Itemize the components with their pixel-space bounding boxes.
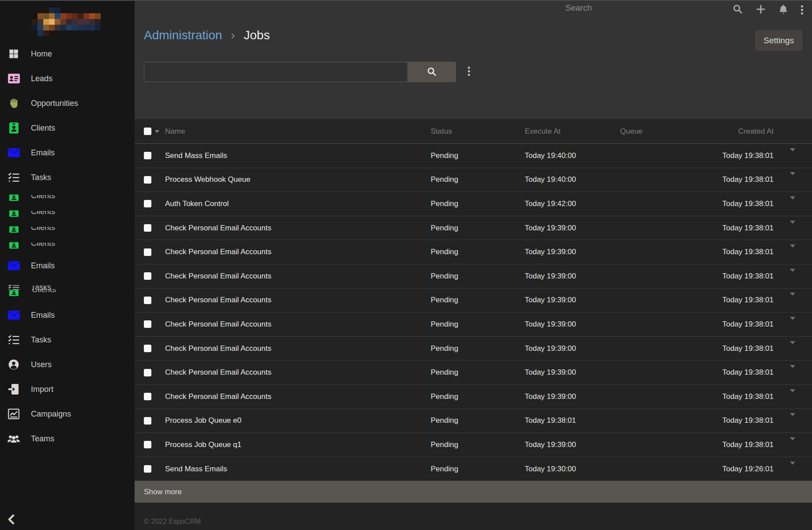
job-row[interactable]: Check Personal Email AccountsPendingToda…: [135, 240, 812, 264]
sidebar-item-import[interactable]: Import: [0, 377, 135, 402]
sidebar-item-leads[interactable]: Leads: [0, 66, 135, 91]
settings-button[interactable]: Settings: [755, 30, 802, 51]
job-row[interactable]: Auth Token ControlPendingToday 19:42:00T…: [135, 192, 812, 216]
sidebar-item-teams[interactable]: Teams: [0, 426, 135, 451]
job-created-at: Today 19:38:01: [682, 175, 790, 184]
job-name-link[interactable]: Check Personal Email Accounts: [165, 368, 431, 377]
select-all-checkbox[interactable]: [144, 128, 151, 135]
notifications-button[interactable]: [779, 4, 788, 15]
job-row[interactable]: Process Job Queue e0PendingToday 19:38:0…: [135, 409, 812, 433]
job-row[interactable]: Check Personal Email AccountsPendingToda…: [135, 264, 812, 289]
column-header-created-at[interactable]: Created At: [682, 127, 790, 136]
global-search-input[interactable]: [565, 3, 711, 13]
row-actions-caret-icon[interactable]: [790, 269, 795, 280]
app-logo[interactable]: [32, 8, 101, 36]
row-actions-caret-icon[interactable]: [790, 221, 795, 232]
row-actions-caret-icon[interactable]: [790, 341, 795, 353]
job-name-link[interactable]: Process Webhook Queue: [165, 175, 431, 184]
menu-button[interactable]: [801, 5, 803, 15]
sidebar-item-emails[interactable]: Emails: [0, 303, 135, 327]
row-actions-caret-icon[interactable]: [790, 172, 795, 184]
row-actions-caret-icon[interactable]: [790, 148, 795, 160]
quick-create-button[interactable]: [756, 4, 766, 15]
row-checkbox[interactable]: [144, 465, 151, 473]
job-name-link[interactable]: Check Personal Email Accounts: [165, 392, 431, 401]
job-name-link[interactable]: Send Mass Emails: [165, 465, 431, 474]
row-actions-caret-icon[interactable]: [790, 317, 795, 328]
sidebar-item-label: Teams: [31, 434, 54, 444]
row-checkbox[interactable]: [144, 345, 151, 352]
row-actions-caret-icon[interactable]: [790, 196, 795, 208]
row-actions-caret-icon[interactable]: [790, 389, 795, 401]
sidebar-item-opportunities[interactable]: Opportunities: [0, 91, 135, 116]
list-menu-button[interactable]: [468, 67, 470, 76]
sidebar-item-clients[interactable]: Clients: [0, 116, 135, 140]
row-actions-caret-icon[interactable]: [790, 413, 795, 425]
sidebar-item-tasks[interactable]: Tasks: [0, 327, 135, 352]
sidebar-item-users[interactable]: Users: [0, 352, 135, 377]
footer-credit: © 2022 EspoCRM: [144, 518, 812, 526]
row-actions-caret-icon[interactable]: [790, 437, 795, 449]
row-checkbox[interactable]: [144, 248, 151, 256]
show-more-button[interactable]: Show more: [135, 481, 812, 503]
job-row[interactable]: Check Personal Email AccountsPendingToda…: [135, 385, 812, 409]
job-name-link[interactable]: Check Personal Email Accounts: [165, 296, 431, 304]
row-checkbox[interactable]: [144, 224, 151, 232]
job-name-link[interactable]: Check Personal Email Accounts: [165, 248, 431, 256]
sidebar-item-campaigns[interactable]: Campaigns: [0, 402, 135, 426]
job-row[interactable]: Send Mass EmailsPendingToday 19:30:00Tod…: [135, 457, 812, 481]
column-header-queue[interactable]: Queue: [620, 127, 682, 136]
row-checkbox[interactable]: [144, 297, 151, 304]
job-name-link[interactable]: Check Personal Email Accounts: [165, 344, 431, 353]
job-row[interactable]: Check Personal Email AccountsPendingToda…: [135, 289, 812, 313]
row-actions-caret-icon[interactable]: [790, 462, 795, 473]
row-checkbox[interactable]: [144, 441, 151, 448]
job-row[interactable]: Check Personal Email AccountsPendingToda…: [135, 216, 812, 241]
sidebar-item-clients-glitch[interactable]: Clients: [0, 222, 135, 237]
job-row[interactable]: Check Personal Email AccountsPendingToda…: [135, 337, 812, 361]
breadcrumb-link-administration[interactable]: Administration: [144, 28, 222, 42]
sidebar-collapse-button[interactable]: [7, 514, 16, 526]
row-actions-caret-icon[interactable]: [790, 293, 795, 304]
job-name-link[interactable]: Send Mass Emails: [165, 151, 431, 160]
job-row[interactable]: Check Personal Email AccountsPendingToda…: [135, 312, 812, 337]
row-checkbox[interactable]: [144, 200, 151, 207]
job-name-link[interactable]: Process Job Queue q1: [165, 440, 431, 449]
column-header-name[interactable]: Name: [165, 127, 431, 136]
job-name-link[interactable]: Check Personal Email Accounts: [165, 224, 431, 233]
job-row[interactable]: Process Webhook QueuePendingToday 19:40:…: [135, 168, 812, 192]
sidebar-item-emails[interactable]: Emails: [0, 140, 135, 165]
list-search-button[interactable]: [407, 62, 456, 82]
row-checkbox[interactable]: [144, 272, 151, 280]
row-checkbox[interactable]: [144, 152, 151, 159]
sidebar-item-clients-glitch[interactable]: Clients: [0, 206, 135, 222]
job-created-at: Today 19:38:01: [682, 416, 790, 425]
row-checkbox[interactable]: [144, 369, 151, 376]
row-checkbox[interactable]: [144, 417, 151, 425]
sidebar-item-clients-glitch[interactable]: Clients: [0, 190, 135, 206]
sidebar-item-emails[interactable]: Emails: [0, 253, 135, 278]
column-header-status[interactable]: Status: [431, 127, 525, 136]
column-header-execute-at[interactable]: Execute At: [525, 127, 620, 136]
quick-search-button[interactable]: [733, 4, 743, 15]
campaigns-icon: [7, 409, 20, 419]
job-status: Pending: [431, 151, 525, 160]
list-search-input[interactable]: [144, 62, 407, 82]
row-checkbox[interactable]: [144, 176, 151, 184]
job-name-link[interactable]: Check Personal Email Accounts: [165, 272, 431, 281]
job-row[interactable]: Process Job Queue q1PendingToday 19:39:0…: [135, 433, 812, 457]
job-row[interactable]: Check Personal Email AccountsPendingToda…: [135, 361, 812, 385]
sidebar-item-clients-glitch[interactable]: Clients: [0, 237, 135, 253]
sidebar-item-tasks[interactable]: Tasks: [0, 165, 135, 190]
row-actions-caret-icon[interactable]: [790, 244, 795, 256]
sidebar-item-home[interactable]: Home: [0, 41, 135, 66]
sidebar-item-tasks-glitch[interactable]: TasksClients: [0, 278, 135, 303]
row-checkbox[interactable]: [144, 393, 151, 400]
job-name-link[interactable]: Process Job Queue e0: [165, 416, 431, 425]
row-actions-caret-icon[interactable]: [790, 365, 795, 376]
job-name-link[interactable]: Check Personal Email Accounts: [165, 320, 431, 329]
row-checkbox[interactable]: [144, 320, 151, 328]
job-row[interactable]: Send Mass EmailsPendingToday 19:40:00Tod…: [135, 144, 812, 168]
job-name-link[interactable]: Auth Token Control: [165, 199, 431, 208]
select-menu-caret-icon[interactable]: [155, 130, 159, 133]
